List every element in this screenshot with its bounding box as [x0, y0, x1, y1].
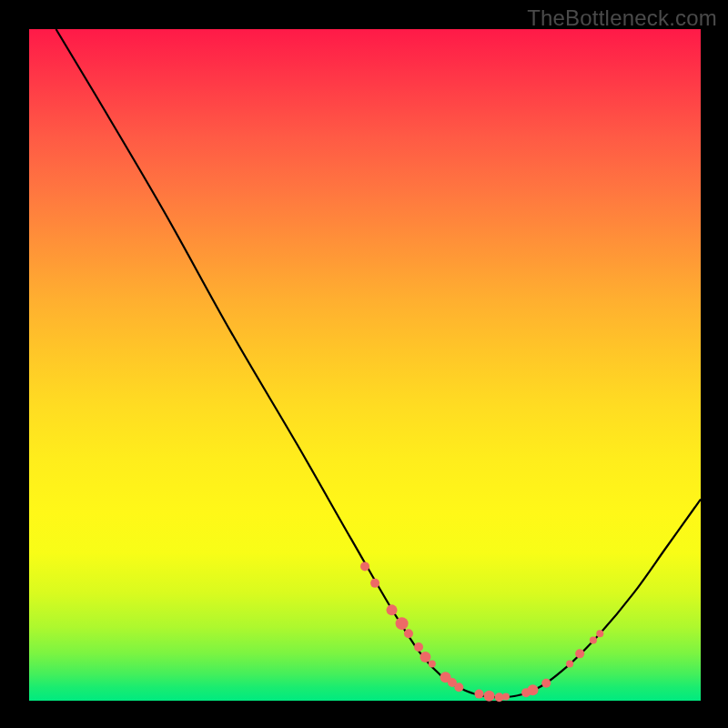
curve-markers: [360, 561, 603, 702]
curve-marker: [414, 642, 423, 652]
plot-area: [29, 29, 701, 701]
curve-layer: [29, 29, 701, 701]
curve-marker: [596, 630, 603, 637]
watermark-text: TheBottleneck.com: [527, 5, 717, 31]
chart-frame: TheBottleneck.com: [0, 0, 728, 728]
bottleneck-curve: [56, 29, 701, 697]
curve-marker: [404, 629, 413, 638]
curve-marker: [370, 579, 379, 588]
curve-marker: [429, 660, 436, 667]
curve-marker: [387, 604, 398, 615]
curve-marker: [566, 660, 573, 667]
curve-marker: [502, 693, 510, 701]
curve-marker: [474, 690, 483, 699]
curve-marker: [528, 684, 539, 695]
curve-marker: [360, 561, 369, 571]
curve-marker: [541, 679, 551, 688]
curve-marker: [454, 682, 463, 692]
curve-marker: [590, 637, 597, 644]
curve-marker: [575, 649, 584, 658]
curve-marker: [420, 652, 430, 662]
curve-marker: [484, 691, 495, 702]
curve-marker: [396, 617, 409, 630]
